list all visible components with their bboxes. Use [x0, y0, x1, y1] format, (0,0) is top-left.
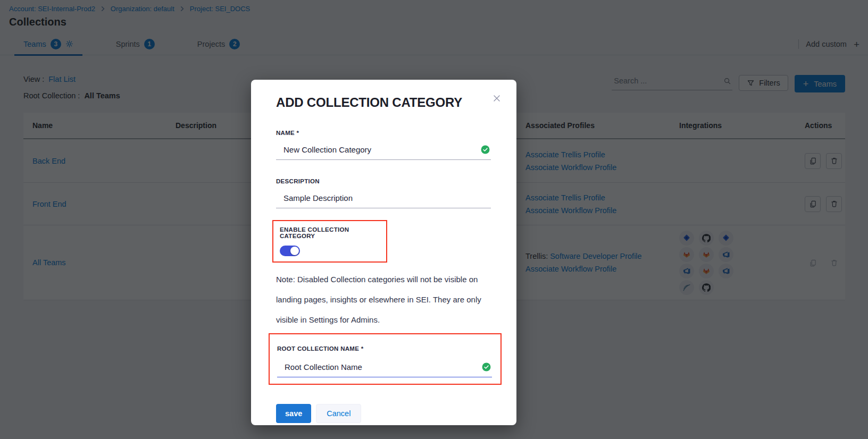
- enable-toggle[interactable]: [280, 246, 300, 256]
- root-collection-field-row: [277, 359, 492, 377]
- name-field-row: [276, 141, 491, 160]
- disabled-note-text: Note: Disabled Collection categories wil…: [276, 269, 491, 330]
- description-label: DESCRIPTION: [276, 178, 491, 184]
- valid-check-icon: [482, 362, 491, 372]
- annotation-box-enable: ENABLE COLLECTION CATEGORY: [272, 220, 387, 263]
- close-icon[interactable]: [491, 92, 503, 104]
- valid-check-icon: [481, 145, 490, 154]
- modal-title: ADD COLLECTION CATEGORY: [276, 95, 491, 111]
- enable-collection-category-label: ENABLE COLLECTION CATEGORY: [280, 226, 386, 239]
- add-collection-category-modal: ADD COLLECTION CATEGORY NAME * DESCRIPTI…: [251, 80, 516, 425]
- root-collection-input[interactable]: [283, 362, 482, 372]
- description-input[interactable]: [282, 193, 490, 203]
- modal-actions: save Cancel: [276, 404, 491, 423]
- cancel-button[interactable]: Cancel: [316, 404, 361, 423]
- root-collection-name-label: ROOT COLLECTION NAME *: [277, 345, 492, 352]
- toggle-knob: [290, 247, 299, 255]
- description-field-row: [276, 190, 491, 208]
- annotation-box-root-collection: ROOT COLLECTION NAME *: [269, 333, 502, 385]
- name-label: NAME *: [276, 130, 491, 136]
- name-input[interactable]: [282, 145, 481, 155]
- save-button[interactable]: save: [276, 404, 311, 423]
